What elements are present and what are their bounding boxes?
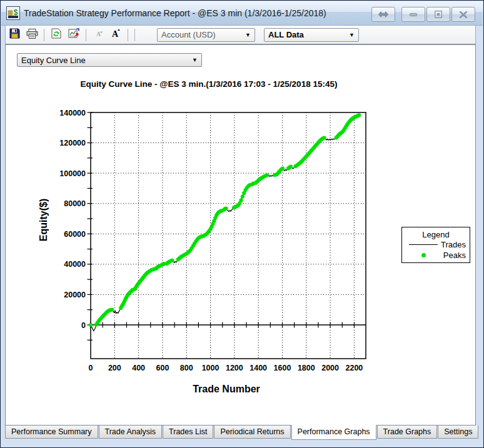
peak-dot [281, 167, 285, 171]
x-tick-label: 0 [89, 364, 93, 372]
y-tick-label: 0 [81, 321, 86, 330]
report-tabs: Performance SummaryTrade AnalysisTrades … [5, 426, 476, 439]
font-increase-button[interactable]: A [108, 27, 123, 42]
x-tick-label: 2200 [346, 364, 363, 372]
peaks-dot-sample [407, 253, 440, 257]
peak-dot [289, 165, 293, 169]
save-button[interactable] [7, 27, 22, 42]
refresh-icon [51, 28, 61, 41]
x-tick-label: 1000 [202, 364, 219, 372]
toolbar: AA Account (USD) ▼ ALL Data ▼ [5, 25, 476, 44]
minimize-icon [410, 13, 417, 16]
toolbar-separator [134, 29, 135, 41]
legend-entry-peaks: Peaks [402, 250, 470, 261]
window-title: TradeStation Strategy Performance Report… [24, 8, 326, 18]
y-tick-label: 120000 [59, 139, 86, 147]
peak-dot [224, 206, 228, 210]
peak-dot [89, 323, 93, 327]
maximize-button[interactable] [426, 7, 450, 22]
peak-dot [239, 198, 243, 202]
window-controls [370, 7, 475, 22]
peak-dot [265, 173, 269, 177]
x-tick-label: 200 [108, 364, 121, 372]
peak-dot [241, 194, 245, 198]
svg-text:$: $ [14, 8, 18, 17]
tab-trades-list[interactable]: Trades List [163, 426, 213, 439]
tab-trade-analysis[interactable]: Trade Analysis [99, 426, 163, 439]
y-tick-label: 80000 [64, 199, 86, 208]
peak-dot [357, 113, 361, 117]
chevron-down-icon: ▼ [240, 32, 251, 38]
tab-performance-summary[interactable]: Performance Summary [5, 426, 98, 439]
save-icon [9, 28, 20, 41]
y-tick-label: 60000 [64, 230, 86, 239]
y-tick-label: 40000 [64, 260, 86, 269]
chart-legend: Legend Trades Peaks [401, 227, 470, 263]
x-tick-label: 1400 [250, 364, 267, 372]
y-tick-label: 140000 [59, 109, 86, 117]
font-decrease-icon: A [94, 29, 103, 41]
account-dropdown[interactable]: Account (USD) ▼ [157, 28, 255, 42]
chart-title: Equity Curve Line - @ES 3 min.(1/3/2016 … [81, 79, 338, 89]
account-dropdown-value: Account (USD) [161, 30, 216, 39]
plot-border [91, 112, 366, 359]
font-decrease-button: A [91, 27, 106, 42]
window-inner: AA Account (USD) ▼ ALL Data ▼ Equity Cur… [5, 25, 476, 439]
chevron-down-icon: ▼ [344, 32, 355, 38]
y-tick-label: 20000 [64, 291, 86, 299]
trades-line-sample [407, 244, 440, 245]
report-content: Equity Curve Line ▼ 02004006008001000120… [5, 44, 476, 426]
print-icon [26, 29, 38, 41]
report-settings-icon [68, 28, 79, 41]
x-tick-label: 400 [132, 364, 145, 372]
tradestation-report-icon: $ [6, 6, 20, 20]
font-increase-icon: A [111, 28, 121, 41]
x-tick-label: 1200 [226, 364, 243, 372]
minimize-button[interactable] [401, 7, 425, 22]
svg-text:A: A [112, 29, 119, 39]
x-tick-label: 2000 [321, 364, 339, 372]
x-tick-label: 1800 [298, 364, 315, 372]
y-tick-label: 100000 [59, 169, 86, 178]
refresh-button[interactable] [49, 27, 64, 42]
toolbar-separator [128, 29, 128, 41]
x-tick-label: 800 [180, 364, 193, 372]
print-button[interactable] [24, 27, 39, 42]
x-tick-label: 1600 [274, 364, 291, 372]
peak-dot [170, 259, 174, 262]
dock-toggle-button[interactable] [371, 7, 395, 22]
tab-settings[interactable]: Settings [438, 426, 478, 439]
x-axis-title: Trade Number [193, 384, 260, 394]
close-button[interactable] [451, 7, 475, 22]
legend-entry-trades: Trades [402, 239, 470, 250]
y-axis-title: Equity($) [38, 199, 49, 241]
data-range-dropdown-value: ALL Data [268, 30, 304, 39]
toolbar-separator [44, 29, 44, 41]
report-settings-button[interactable] [66, 27, 81, 42]
peaks-dots [89, 113, 361, 327]
legend-title: Legend [402, 230, 470, 239]
peak-dot [161, 262, 165, 266]
peak-dot [110, 307, 114, 311]
toolbar-separator [86, 29, 86, 41]
legend-entry-label: Peaks [443, 251, 466, 260]
maximize-icon [435, 11, 442, 18]
double-arrow-icon [378, 11, 388, 17]
peak-dot [322, 136, 326, 140]
tab-periodical-returns[interactable]: Periodical Returns [214, 426, 290, 439]
trades-line [91, 115, 359, 331]
title-bar: $ TradeStation Strategy Performance Repo… [1, 1, 483, 26]
close-icon [460, 11, 467, 18]
data-range-dropdown[interactable]: ALL Data ▼ [264, 28, 359, 42]
tab-trade-graphs[interactable]: Trade Graphs [377, 426, 438, 439]
legend-entry-label: Trades [441, 240, 466, 249]
report-window: $ TradeStation Strategy Performance Repo… [0, 0, 484, 448]
tab-performance-graphs[interactable]: Performance Graphs [291, 425, 376, 440]
x-tick-label: 600 [156, 364, 169, 372]
